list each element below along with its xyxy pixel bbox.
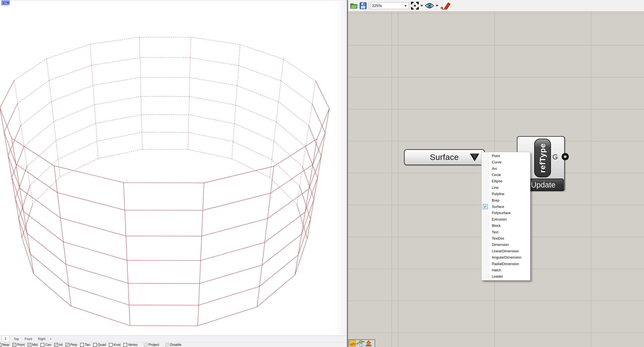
menu-item-label: Line — [492, 186, 498, 190]
osnap-checkbox-perp[interactable]: ✓ — [66, 343, 69, 347]
zoom-extents-caret-icon[interactable] — [420, 5, 423, 7]
type-dropdown[interactable]: Surface — [404, 149, 485, 165]
osnap-checkbox-knot[interactable] — [109, 343, 113, 347]
menu-item-line[interactable]: Line — [482, 184, 530, 191]
zoom-combobox[interactable]: 225% — [370, 2, 409, 9]
tab-front[interactable]: Front — [22, 337, 35, 341]
menu-item-label: Dimension — [492, 243, 509, 247]
menu-item-point[interactable]: Point — [482, 153, 530, 159]
viewport-menu-arrow-icon[interactable] — [7, 2, 9, 3]
osnap-knot[interactable]: Knot — [109, 343, 120, 347]
menu-item-arc[interactable]: Arc — [482, 165, 530, 172]
menu-item-label: Circle — [492, 173, 501, 177]
menu-item-label: Ellipse — [492, 179, 502, 183]
menu-item-radialdimension[interactable]: RadialDimension — [482, 261, 530, 267]
osnap-disable[interactable]: Disable — [166, 343, 181, 347]
osnap-checkbox-quad[interactable] — [93, 343, 97, 347]
sketch-scribble-icon — [350, 341, 355, 346]
menu-item-text[interactable]: Text — [482, 229, 530, 235]
menu-item-extrusion[interactable]: Extrusion — [482, 216, 530, 222]
menu-item-hatch[interactable]: Hatch — [482, 267, 530, 273]
sketch-tool-button[interactable] — [350, 340, 356, 347]
menu-item-polyline[interactable]: Polyline — [482, 191, 530, 197]
tab-top[interactable]: Top — [11, 337, 22, 341]
menu-item-surface[interactable]: ✓Surface — [482, 203, 530, 210]
dropdown-triangle-icon[interactable] — [470, 154, 479, 161]
checked-icon: ✓ — [482, 204, 488, 209]
osnap-label: Disable — [170, 343, 181, 347]
osnap-quad[interactable]: Quad — [93, 343, 106, 347]
add-viewport-icon[interactable]: + — [50, 337, 52, 341]
osnap-vertex[interactable]: Vertex — [123, 343, 138, 347]
menu-item-dimension[interactable]: Dimension — [482, 242, 530, 248]
update-button-label: Update — [531, 181, 556, 189]
output-connector-icon[interactable] — [560, 152, 570, 162]
publish-icon[interactable] — [365, 340, 372, 347]
osnap-checkbox-tan[interactable] — [80, 343, 84, 347]
osnap-checkbox-cen[interactable] — [40, 343, 44, 347]
osnap-perp[interactable]: ✓Perp — [66, 343, 77, 347]
menu-item-label: Curve — [492, 160, 502, 164]
osnap-project[interactable]: Project — [144, 343, 159, 347]
osnap-label: Point — [17, 343, 25, 347]
tab-viewport-2[interactable]: 2 — [2, 336, 9, 342]
menu-item-label: Extrusion — [492, 217, 507, 222]
menu-item-ellipse[interactable]: Ellipse — [482, 178, 530, 184]
viewport-tabs: TopFrontRight — [11, 337, 48, 341]
menu-item-leader[interactable]: Leader — [482, 273, 530, 280]
component-name-capsule[interactable]: refType — [534, 139, 551, 177]
menu-item-label: Arc — [492, 167, 497, 171]
menu-item-brep[interactable]: Brep — [482, 197, 530, 203]
osnap-int[interactable]: ✓Int — [54, 343, 62, 347]
viewport-2[interactable]: 2 — [0, 0, 347, 336]
osnap-checkbox-project[interactable] — [144, 343, 148, 347]
osnap-checkbox-int[interactable]: ✓ — [54, 343, 58, 347]
output-param-label: G — [552, 153, 558, 161]
osnap-tan[interactable]: Tan — [80, 343, 90, 347]
menu-item-lineardimension[interactable]: LinearDimension — [482, 248, 530, 254]
osnap-label: Mid — [32, 343, 38, 347]
menu-item-block[interactable]: Block — [482, 222, 530, 229]
preview-eye-icon[interactable] — [425, 2, 434, 9]
menu-item-label: Brep — [492, 198, 499, 203]
sketch-pen-icon[interactable] — [440, 1, 451, 10]
menu-item-label: Point — [492, 154, 500, 158]
osnap-label: Tan — [85, 343, 90, 347]
menu-item-curve[interactable]: Curve — [482, 159, 530, 165]
menu-item-label: Leader — [492, 274, 503, 279]
osnap-near[interactable]: Near — [0, 343, 10, 347]
osnap-checkbox-near[interactable] — [0, 343, 1, 347]
geometry-type-menu: PointCurveArcCircleEllipseLinePolylineBr… — [481, 152, 530, 281]
wire-display-icon[interactable] — [356, 340, 364, 347]
viewport-title-badge[interactable]: 2 — [1, 0, 10, 5]
osnap-label: Near — [2, 343, 10, 347]
menu-item-textdot[interactable]: TextDot — [482, 235, 530, 242]
menu-item-label: AngularDimension — [492, 255, 521, 260]
preview-caret-icon[interactable] — [436, 5, 438, 7]
viewport-tab-bar: 2 TopFrontRight + — [0, 336, 347, 342]
menu-item-polysurface[interactable]: Polysurface — [482, 210, 530, 216]
menu-item-label: Text — [492, 230, 498, 234]
viewport-title: 2 — [1, 1, 4, 5]
menu-item-circle[interactable]: Circle — [482, 172, 530, 178]
app-window: 2 2 TopFrontRight + Near✓Point✓MidCen✓In… — [0, 0, 644, 347]
osnap-mid[interactable]: ✓Mid — [28, 343, 38, 347]
menu-item-label: Surface — [492, 205, 504, 209]
menu-item-list: PointCurveArcCircleEllipseLinePolylineBr… — [482, 153, 530, 280]
zoom-extents-icon[interactable] — [411, 2, 419, 10]
open-file-icon[interactable] — [350, 2, 358, 9]
menu-item-label: Hatch — [492, 268, 501, 272]
save-file-icon[interactable] — [360, 2, 367, 9]
osnap-checkbox-vertex[interactable] — [123, 343, 127, 347]
menu-item-angulardimension[interactable]: AngularDimension — [482, 254, 530, 261]
osnap-checkbox-mid[interactable]: ✓ — [28, 343, 32, 347]
pane-divider[interactable] — [347, 0, 348, 347]
osnap-cen[interactable]: Cen — [40, 343, 52, 347]
osnap-checkbox-disable[interactable] — [166, 343, 169, 347]
tab-right[interactable]: Right — [35, 337, 48, 341]
combobox-caret-icon[interactable] — [404, 5, 407, 7]
menu-item-label: Block — [492, 224, 500, 228]
osnap-point[interactable]: ✓Point — [12, 343, 25, 347]
grasshopper-toolbar: 225% — [348, 0, 644, 12]
osnap-checkbox-point[interactable]: ✓ — [12, 343, 16, 347]
